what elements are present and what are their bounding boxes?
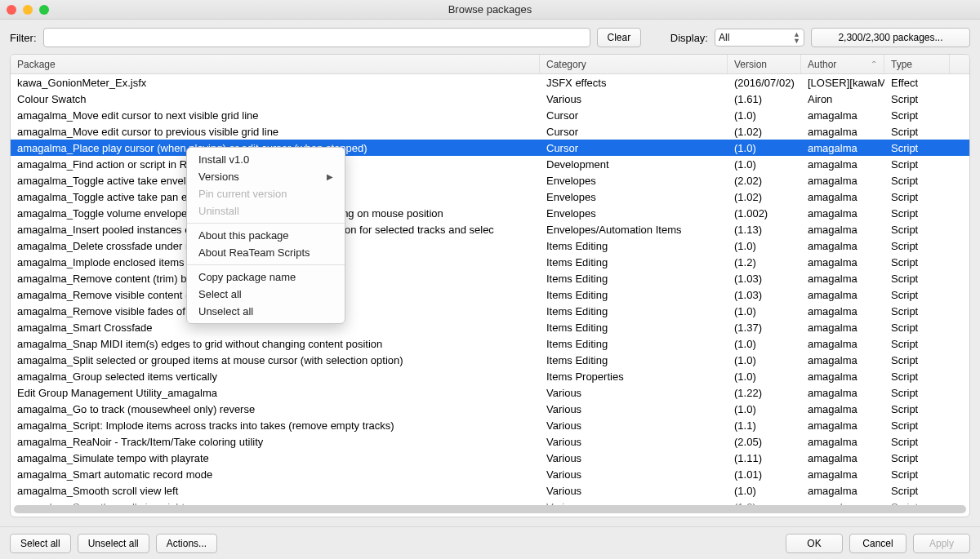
menu-copy-name[interactable]: Copy package name — [187, 268, 345, 286]
table-row[interactable]: amagalma_Smart CrossfadeItems Editing(1.… — [11, 319, 969, 335]
table-row[interactable]: amagalma_Toggle active take envelope for… — [11, 172, 969, 189]
cell: amagalma_Move edit cursor to next visibl… — [11, 107, 540, 123]
select-all-button[interactable]: Select all — [10, 534, 71, 553]
table-row[interactable]: amagalma_Go to track (mousewheel only) r… — [11, 401, 969, 417]
cell: Items Editing — [540, 335, 728, 352]
table-row[interactable]: kawa_GonionMeter_Ex.jsfxJSFX effects(201… — [11, 74, 969, 91]
cell: Items Editing — [540, 254, 728, 270]
table-row[interactable]: amagalma_Insert pooled instances of auto… — [11, 221, 969, 237]
table-row[interactable]: amagalma_Split selected or grouped items… — [11, 352, 969, 368]
cell: (1.0) — [728, 368, 801, 384]
table-row[interactable]: amagalma_Find action or script in ReaPac… — [11, 156, 969, 172]
ok-button[interactable]: OK — [786, 534, 843, 553]
table-row[interactable]: amagalma_Smooth scroll view leftVarious(… — [11, 482, 969, 499]
col-category[interactable]: Category — [540, 55, 728, 73]
cell: kawa_GonionMeter_Ex.jsfx — [11, 74, 540, 91]
cell: Effect — [884, 74, 950, 91]
table-row[interactable]: amagalma_Remove visible fades of selecte… — [11, 303, 969, 319]
cell: Items Editing — [540, 352, 728, 368]
display-select[interactable]: All ▲▼ — [715, 29, 804, 47]
cell: Edit Group Management Utility_amagalma — [11, 384, 540, 401]
cell: (1.13) — [728, 221, 801, 237]
table-row[interactable]: amagalma_Script: Implode items across tr… — [11, 417, 969, 433]
cell: (2016/07/02) — [728, 74, 801, 91]
menu-install[interactable]: Install v1.0 — [187, 151, 345, 168]
cell: Various — [540, 482, 728, 499]
table-row[interactable]: amagalma_Delete crossfade under mouse cu… — [11, 237, 969, 254]
table-row[interactable]: amagalma_Remove visible content (trim) b… — [11, 286, 969, 303]
display-label: Display: — [670, 32, 708, 44]
table-row[interactable]: amagalma_Move edit cursor to next visibl… — [11, 107, 969, 123]
table-row[interactable]: amagalma_Snap MIDI item(s) edges to grid… — [11, 335, 969, 352]
actions-button[interactable]: Actions... — [156, 534, 217, 553]
cell: Items Editing — [540, 286, 728, 303]
cell: amagalma — [801, 254, 884, 270]
table-row[interactable]: amagalma_Group selected items vertically… — [11, 368, 969, 384]
menu-select-all[interactable]: Select all — [187, 286, 345, 303]
table-row[interactable]: amagalma_ReaNoir - Track/Item/Take color… — [11, 433, 969, 450]
table-row[interactable]: amagalma_Move edit cursor to previous vi… — [11, 123, 969, 140]
table-row[interactable]: amagalma_Smart automatic record modeVari… — [11, 466, 969, 482]
table-row[interactable]: Colour SwatchVarious(1.61)AironScript — [11, 91, 969, 107]
menu-unselect-all[interactable]: Unselect all — [187, 303, 345, 320]
cell: Script — [884, 401, 950, 417]
filter-input[interactable] — [43, 28, 590, 47]
cell: amagalma_Go to track (mousewheel only) r… — [11, 401, 540, 417]
col-type[interactable]: Type — [884, 55, 950, 73]
cell: Script — [884, 107, 950, 123]
table-row[interactable]: amagalma_Toggle active take pan envelope… — [11, 189, 969, 205]
table-row[interactable]: amagalma_Remove content (trim) behind cr… — [11, 270, 969, 286]
table-row[interactable]: amagalma_Simulate tempo with playrateVar… — [11, 450, 969, 466]
cell: amagalma_Group selected items vertically — [11, 368, 540, 384]
horizontal-scrollbar[interactable] — [14, 505, 966, 513]
col-package[interactable]: Package — [11, 55, 540, 73]
cancel-button[interactable]: Cancel — [849, 534, 906, 553]
cell: Script — [884, 123, 950, 140]
cell: Airon — [801, 91, 884, 107]
cell: amagalma_Split selected or grouped items… — [11, 352, 540, 368]
filter-label: Filter: — [10, 32, 37, 44]
cell: Script — [884, 254, 950, 270]
cell: Various — [540, 433, 728, 450]
package-count-button[interactable]: 2,300/2,300 packages... — [811, 28, 970, 47]
table-row[interactable]: amagalma_Implode enclosed items to takes… — [11, 254, 969, 270]
cell: (1.0) — [728, 303, 801, 319]
cell: amagalma — [801, 319, 884, 335]
cell: amagalma — [801, 303, 884, 319]
cell: Script — [884, 91, 950, 107]
cell: amagalma — [801, 482, 884, 499]
table-row[interactable]: Edit Group Management Utility_amagalmaVa… — [11, 384, 969, 401]
cell: Various — [540, 384, 728, 401]
cell: (1.0) — [728, 107, 801, 123]
cell: (1.2) — [728, 254, 801, 270]
table-row[interactable]: amagalma_Place play cursor (when playing… — [11, 140, 969, 156]
separator — [187, 223, 345, 224]
clear-button[interactable]: Clear — [597, 28, 642, 47]
cell: Development — [540, 156, 728, 172]
cell: Cursor — [540, 140, 728, 156]
menu-about-reateam[interactable]: About ReaTeam Scripts — [187, 244, 345, 261]
cell: (1.11) — [728, 450, 801, 466]
col-version[interactable]: Version — [728, 55, 801, 73]
cell: amagalma — [801, 466, 884, 482]
cell: Script — [884, 172, 950, 189]
cell: Envelopes — [540, 172, 728, 189]
cell: Cursor — [540, 123, 728, 140]
unselect-all-button[interactable]: Unselect all — [78, 534, 149, 553]
cell: Script — [884, 156, 950, 172]
cell: Script — [884, 335, 950, 352]
cell: Script — [884, 466, 950, 482]
cell: Script — [884, 303, 950, 319]
package-table: Package Category Version Author ⌃ Type k… — [10, 54, 970, 517]
col-author[interactable]: Author ⌃ — [801, 55, 884, 73]
cell: (1.0) — [728, 401, 801, 417]
table-row[interactable]: amagalma_Toggle volume envelope visibili… — [11, 205, 969, 221]
footer: Select all Unselect all Actions... OK Ca… — [0, 526, 980, 559]
menu-versions[interactable]: Versions ▶ — [187, 168, 345, 185]
cell: amagalma_Simulate tempo with playrate — [11, 450, 540, 466]
cell: (1.37) — [728, 319, 801, 335]
cell: Script — [884, 189, 950, 205]
cell: Script — [884, 319, 950, 335]
menu-about-package[interactable]: About this package — [187, 227, 345, 244]
cell: amagalma_Snap MIDI item(s) edges to grid… — [11, 335, 540, 352]
